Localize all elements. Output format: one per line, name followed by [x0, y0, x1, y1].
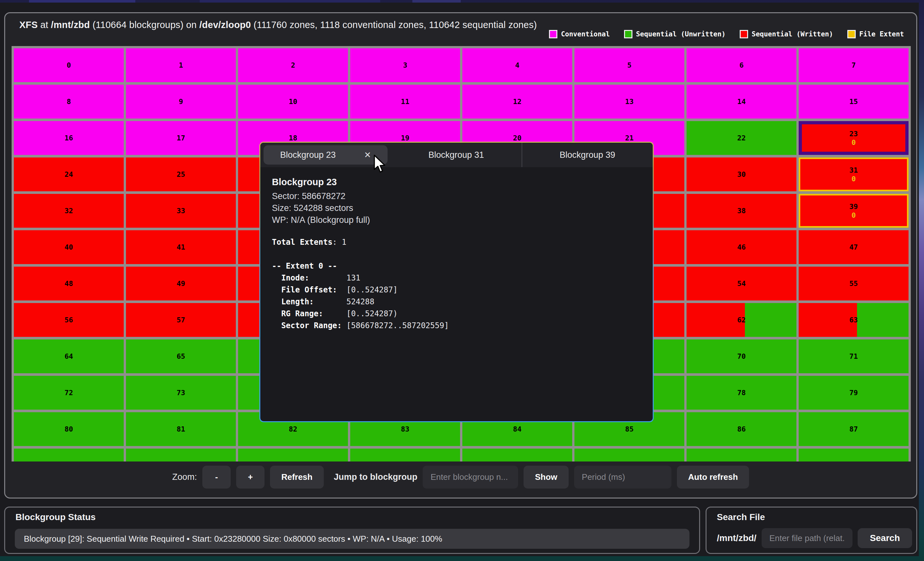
blockgroup-number: 40: [64, 244, 73, 251]
blockgroup-cell-89[interactable]: 89: [126, 449, 236, 461]
blockgroup-cell-92[interactable]: 92: [462, 449, 572, 461]
legend-swatch-icon: [848, 30, 856, 38]
blockgroup-cell-48[interactable]: 48: [14, 267, 124, 301]
blockgroup-cell-10[interactable]: 10: [238, 85, 348, 118]
blockgroup-cell-17[interactable]: 17: [126, 121, 236, 155]
popup-tab-blockgroup-31[interactable]: Blockgroup 31: [391, 143, 521, 167]
blockgroup-cell-3[interactable]: 3: [350, 48, 460, 82]
blockgroup-cell-63[interactable]: 63: [799, 303, 909, 337]
blockgroup-cell-24[interactable]: 24: [14, 157, 124, 191]
blockgroup-cell-5[interactable]: 5: [574, 48, 684, 82]
blockgroup-cell-30[interactable]: 30: [687, 157, 796, 191]
popup-body: Blockgroup 23 Sector: 586678272Size: 524…: [260, 167, 653, 332]
blockgroup-cell-91[interactable]: 91: [350, 449, 460, 461]
blockgroup-cell-80[interactable]: 80: [14, 412, 124, 446]
blockgroup-cell-73[interactable]: 73: [126, 376, 236, 410]
page-title-part: at: [38, 19, 51, 30]
blockgroup-cell-23[interactable]: 230: [799, 121, 909, 155]
blockgroup-cell-32[interactable]: 32: [14, 194, 124, 228]
blockgroup-cell-40[interactable]: 40: [14, 230, 124, 264]
blockgroup-cell-39[interactable]: 390: [799, 194, 909, 228]
blockgroup-cell-33[interactable]: 33: [126, 194, 236, 228]
blockgroup-number: 39: [849, 203, 858, 211]
page-title-part: /dev/zloop0: [200, 19, 251, 30]
popup-tab-blockgroup-39[interactable]: Blockgroup 39: [522, 143, 653, 167]
blockgroup-number: 65: [177, 353, 185, 361]
blockgroup-cell-81[interactable]: 81: [126, 412, 236, 446]
blockgroup-cell-54[interactable]: 54: [687, 267, 796, 301]
blockgroup-cell-87[interactable]: 87: [799, 412, 909, 446]
blockgroup-number: 20: [513, 134, 522, 142]
page-title-part: (111760 zones, 1118 conventional zones, …: [251, 19, 537, 30]
blockgroup-cell-94[interactable]: 94: [687, 449, 796, 461]
refresh-button[interactable]: Refresh: [270, 466, 324, 489]
legend-item: File Extent: [848, 30, 904, 38]
legend-item: Sequential (Written): [740, 30, 833, 38]
blockgroup-cell-93[interactable]: 93: [574, 449, 684, 461]
search-button[interactable]: Search: [858, 528, 912, 548]
show-button[interactable]: Show: [524, 466, 568, 489]
popup-tab-blockgroup-23[interactable]: Blockgroup 23✕: [260, 143, 391, 167]
zoom-out-button[interactable]: -: [202, 466, 231, 489]
blockgroup-cell-31[interactable]: 310: [799, 157, 909, 191]
blockgroup-cell-6[interactable]: 6: [687, 48, 796, 82]
zoom-in-button[interactable]: +: [236, 466, 264, 489]
blockgroup-cell-15[interactable]: 15: [799, 85, 909, 118]
active-tab-pill[interactable]: Blockgroup 23✕: [264, 145, 388, 165]
blockgroup-cell-79[interactable]: 79: [799, 376, 909, 410]
blockgroup-cell-9[interactable]: 9: [126, 85, 236, 118]
blockgroup-cell-14[interactable]: 14: [687, 85, 796, 118]
blockgroup-cell-72[interactable]: 72: [14, 376, 124, 410]
blockgroup-cell-16[interactable]: 16: [14, 121, 124, 155]
blockgroup-cell-38[interactable]: 38: [687, 194, 796, 228]
extent-detail-line: -- Extent 0 --: [272, 260, 646, 272]
blockgroup-cell-95[interactable]: 95: [799, 449, 909, 461]
blockgroup-number: 63: [849, 316, 858, 324]
blockgroup-cell-7[interactable]: 7: [799, 48, 909, 82]
popup-tabbar: Blockgroup 23✕Blockgroup 31Blockgroup 39: [260, 143, 653, 167]
auto-refresh-button[interactable]: Auto refresh: [677, 466, 749, 489]
tab-close-icon[interactable]: ✕: [364, 150, 371, 160]
legend-label: Sequential (Written): [752, 30, 833, 38]
blockgroup-number: 86: [737, 425, 746, 433]
blockgroup-cell-71[interactable]: 71: [799, 340, 909, 373]
zoom-label: Zoom:: [172, 472, 197, 482]
blockgroup-cell-12[interactable]: 12: [462, 85, 572, 118]
blockgroup-cell-2[interactable]: 2: [238, 48, 348, 82]
search-input[interactable]: [762, 528, 852, 548]
blockgroup-cell-25[interactable]: 25: [126, 157, 236, 191]
blockgroup-cell-64[interactable]: 64: [14, 340, 124, 373]
blockgroup-cell-46[interactable]: 46: [687, 230, 796, 264]
blockgroup-cell-41[interactable]: 41: [126, 230, 236, 264]
blockgroup-number: 18: [289, 134, 297, 142]
blockgroup-cell-11[interactable]: 11: [350, 85, 460, 118]
blockgroup-cell-13[interactable]: 13: [574, 85, 684, 118]
blockgroup-number: 78: [737, 389, 746, 397]
blockgroup-cell-88[interactable]: 88: [14, 449, 124, 461]
blockgroup-cell-1[interactable]: 1: [126, 48, 236, 82]
jump-input[interactable]: [423, 466, 518, 489]
extent-detail-line: Sector Range: [586678272..587202559]: [272, 320, 646, 332]
blockgroup-cell-22[interactable]: 22: [687, 121, 796, 155]
blockgroup-number: 70: [737, 353, 746, 361]
blockgroup-cell-4[interactable]: 4: [462, 48, 572, 82]
blockgroup-number: 8: [67, 98, 71, 106]
blockgroup-cell-47[interactable]: 47: [799, 230, 909, 264]
blockgroup-cell-90[interactable]: 90: [238, 449, 348, 461]
blockgroup-cell-86[interactable]: 86: [687, 412, 796, 446]
tab-label: Blockgroup 23: [280, 150, 336, 160]
popup-info: Sector: 586678272Size: 524288 sectorsWP:…: [272, 190, 646, 226]
blockgroup-cell-78[interactable]: 78: [687, 376, 796, 410]
jump-label: Jump to blockgroup: [334, 472, 417, 482]
blockgroup-cell-55[interactable]: 55: [799, 267, 909, 301]
blockgroup-cell-70[interactable]: 70: [687, 340, 796, 373]
period-input[interactable]: [574, 466, 671, 489]
blockgroup-cell-0[interactable]: 0: [14, 48, 124, 82]
blockgroup-cell-65[interactable]: 65: [126, 340, 236, 373]
blockgroup-cell-49[interactable]: 49: [126, 267, 236, 301]
blockgroup-cell-57[interactable]: 57: [126, 303, 236, 337]
blockgroup-cell-56[interactable]: 56: [14, 303, 124, 337]
toolbar: Zoom: - + Refresh Jump to blockgroup Sho…: [5, 466, 916, 489]
blockgroup-cell-8[interactable]: 8: [14, 85, 124, 118]
blockgroup-cell-62[interactable]: 62: [687, 303, 796, 337]
